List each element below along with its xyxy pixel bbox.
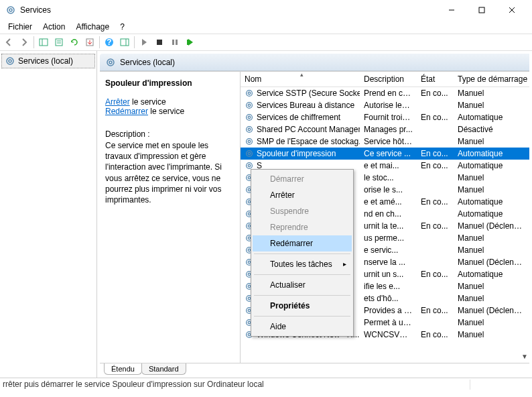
service-start-cell: Manuel	[454, 172, 529, 184]
service-start-cell: Automatique	[454, 208, 529, 220]
service-state-cell	[417, 99, 454, 111]
restart-service-button[interactable]	[183, 35, 198, 50]
service-state-cell: En co...	[417, 111, 454, 123]
service-desc-cell: Prend en ch...	[360, 87, 417, 100]
menubar: Fichier Action Affichage ?	[0, 20, 532, 34]
service-state-cell	[417, 256, 454, 268]
svg-rect-3	[479, 7, 484, 13]
stop-service-button[interactable]	[152, 35, 167, 50]
service-desc-cell: urnit un s...	[360, 268, 417, 280]
context-menu-item[interactable]: Toutes les tâches▸	[253, 256, 352, 272]
view-tabs: Étendu Standard	[100, 363, 529, 378]
service-row[interactable]: Service SSTP (Secure Socket...Prend en c…	[241, 87, 529, 100]
service-row[interactable]: Services de chiffrementFournit trois...E…	[241, 111, 529, 123]
pause-service-button[interactable]	[168, 35, 182, 50]
window-title: Services	[20, 5, 436, 15]
description-text: Ce service met en spoule les travaux d'i…	[105, 140, 235, 205]
service-name-cell: Shared PC Account Manager	[241, 123, 360, 135]
service-start-cell: Manuel (Déclenche...	[454, 304, 529, 317]
service-desc-cell: Autorise les ...	[360, 99, 417, 111]
svg-point-27	[248, 104, 251, 107]
service-name-cell: Services Bureau à distance	[241, 99, 360, 111]
service-desc-cell: us perme...	[360, 232, 417, 244]
start-service-button[interactable]	[137, 35, 151, 50]
window-controls	[436, 1, 527, 19]
app-icon	[5, 5, 16, 15]
refresh-button[interactable]	[67, 35, 82, 50]
service-row[interactable]: Services Bureau à distanceAutorise les .…	[241, 99, 529, 111]
scroll-down-icon[interactable]: ▼	[521, 353, 528, 360]
service-state-cell: En co...	[417, 220, 454, 232]
help-button[interactable]: ?	[102, 35, 117, 50]
forward-button[interactable]	[17, 35, 31, 50]
service-state-cell: En co...	[417, 304, 454, 317]
menu-view[interactable]: Affichage	[70, 21, 115, 33]
restart-service-link[interactable]: Redémarrer	[105, 107, 148, 116]
svg-point-33	[248, 140, 251, 143]
service-state-cell: En co...	[417, 196, 454, 208]
service-start-cell: Manuel	[454, 135, 529, 148]
col-startup[interactable]: Type de démarrage	[454, 72, 529, 87]
service-row[interactable]: SMP de l'Espace de stockag...Service hôt…	[241, 135, 529, 148]
context-menu-item[interactable]: Actualiser	[253, 277, 352, 293]
svg-rect-6	[40, 39, 48, 46]
export-button[interactable]	[82, 35, 97, 50]
svg-point-1	[9, 9, 12, 11]
menu-action[interactable]: Action	[38, 21, 70, 33]
close-button[interactable]	[496, 1, 527, 19]
svg-text:?: ?	[107, 38, 111, 47]
service-desc-cell: e et amé...	[360, 196, 417, 208]
col-name[interactable]: Nom▴	[241, 72, 360, 87]
back-button[interactable]	[1, 35, 16, 50]
svg-rect-8	[56, 39, 62, 46]
minimize-button[interactable]	[436, 1, 466, 19]
service-desc-cell: Permet à un...	[360, 317, 417, 329]
svg-point-28	[247, 115, 253, 121]
service-start-cell: Manuel	[454, 329, 529, 341]
service-row[interactable]: Shared PC Account ManagerManages pr...Dé…	[241, 123, 529, 135]
service-start-cell: Automatique	[454, 111, 529, 123]
stop-service-link[interactable]: Arrêter	[105, 97, 130, 107]
menu-file[interactable]: Fichier	[3, 21, 38, 33]
tab-extended[interactable]: Étendu	[104, 363, 142, 375]
col-description[interactable]: Description	[360, 72, 417, 87]
gear-icon	[5, 56, 15, 66]
sort-indicator-icon: ▴	[300, 72, 304, 78]
svg-point-37	[248, 164, 251, 167]
col-state[interactable]: État	[417, 72, 454, 87]
context-menu-item: Suspendre	[253, 203, 352, 219]
maximize-button[interactable]	[466, 1, 496, 19]
tab-standard[interactable]: Standard	[141, 363, 186, 375]
properties-button[interactable]	[52, 35, 66, 50]
context-menu-item: Démarrer	[253, 171, 352, 187]
service-desc-cell: Ce service ...	[360, 148, 417, 160]
titlebar: Services	[0, 0, 532, 20]
tree-pane: Services (local)	[0, 51, 97, 378]
pane-title: Services (local)	[120, 58, 175, 67]
menu-help[interactable]: ?	[115, 21, 130, 33]
service-state-cell	[417, 280, 454, 292]
context-menu: DémarrerArrêterSuspendreReprendreRedémar…	[251, 169, 354, 337]
context-menu-item[interactable]: Aide	[253, 319, 352, 335]
service-desc-cell: Manages pr...	[360, 123, 417, 135]
svg-rect-16	[157, 40, 162, 45]
svg-point-29	[248, 116, 251, 119]
context-menu-item[interactable]: Propriétés	[253, 298, 352, 314]
context-menu-item[interactable]: Arrêter	[253, 187, 352, 203]
service-name-cell: Spouleur d'impression	[241, 148, 360, 160]
gear-icon	[105, 57, 116, 68]
show-hide-action-pane-button[interactable]	[117, 35, 132, 50]
svg-rect-17	[172, 40, 174, 45]
tree-root-item[interactable]: Services (local)	[1, 54, 95, 68]
svg-rect-19	[187, 40, 188, 45]
service-start-cell: Automatique	[454, 160, 529, 172]
show-hide-tree-button[interactable]	[36, 35, 51, 50]
service-start-cell: Manuel	[454, 87, 529, 100]
service-state-cell: En co...	[417, 329, 454, 341]
service-state-cell	[417, 184, 454, 196]
service-start-cell: Désactivé	[454, 123, 529, 135]
service-row[interactable]: Spouleur d'impressionCe service ...En co…	[241, 148, 529, 160]
tree-root-label: Services (local)	[18, 56, 73, 66]
context-menu-item[interactable]: Redémarrer	[253, 235, 352, 251]
service-state-cell: En co...	[417, 148, 454, 160]
